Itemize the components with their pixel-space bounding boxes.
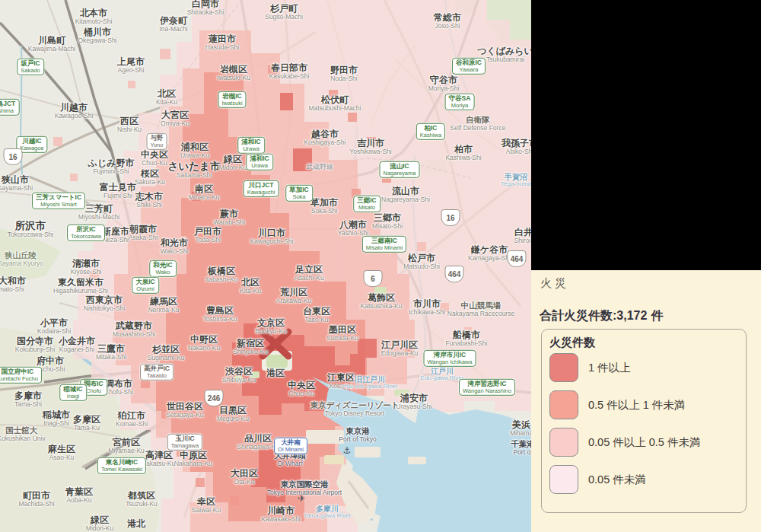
map-label: 吉川市Yoshikawa-Shi (349, 139, 391, 156)
map-label: 高津区Takatsu-Ku (143, 451, 176, 468)
map-label: 川越市Kawagoe-Shi (55, 103, 94, 120)
map-label: 緑区Midori-Ku (86, 515, 113, 532)
map-label: 清瀬市Kiyose-Shi (71, 259, 102, 276)
screenshot: 北本市Kitamoto-Shi川島町Kawajima-Machi桶川市Okega… (0, 0, 761, 532)
route-shield: 16 (441, 209, 460, 226)
map-label: 麻生区Asao-Ku (48, 444, 75, 462)
legend-swatch (549, 428, 578, 457)
legend-item-label: 0.05 件未満 (588, 473, 646, 487)
map-label: 流山市Nagareyama-Shi (381, 186, 430, 204)
legend-title: 火災件数 (549, 336, 595, 350)
map-label: 多摩区Tama-Ku (73, 415, 100, 432)
ic-badge: 湾岸習志野ICWangan Narashino (459, 379, 515, 396)
map-label: 川口市Kawaguchi-Shi (250, 228, 294, 246)
map-view[interactable]: 北本市Kitamoto-Shi川島町Kawajima-Machi桶川市Okega… (0, 0, 531, 532)
map-label: 中山競馬場Nakayama Racecourse (447, 301, 514, 317)
map-label: 墨田区Sumida-Ku (326, 325, 358, 342)
map-label: 越谷市Koshigaya-Shi (304, 129, 346, 147)
legend-swatch (549, 390, 578, 419)
map-label: 松戸市Matsudo-Shi (403, 253, 440, 271)
map-label: 狭山市Sayama-Shi (0, 175, 33, 193)
route-shield: 16 (4, 148, 23, 165)
map-label: 伊奈町Ina-Machi (159, 16, 187, 33)
map-label: 文京区Bunkyo-Ku (255, 318, 287, 336)
ic-badge: 東名川崎ICTomei Kawasaki (97, 457, 146, 474)
map-label: 松伏町Matsubushi-Machi (309, 95, 361, 113)
legend-item-label: 0.5 件以上 1 件未満 (588, 398, 685, 413)
map-label: 手賀沼Tega-numa (501, 173, 531, 188)
map-label: 港区 (266, 368, 285, 378)
map-label: 江戸川区Edogawa-Ku (381, 340, 419, 358)
map-label: 中野区Nakano-Ku (188, 335, 221, 352)
ic-badge: 谷和原ICYawara (452, 58, 486, 75)
map-label: 中原区Nakahara-Ku (174, 451, 212, 468)
map-label: 新座市Niiza-Shi (102, 227, 129, 244)
map-label: 中央区Chuo-Ku (288, 381, 315, 398)
map-label: 川島町Kawajima-Machi (28, 36, 75, 53)
map-label: 緑区Midori-Ku (219, 155, 247, 172)
ic-badge: 浦和ICUrawa (237, 137, 265, 154)
map-label: 練馬区Nerima-Ku (148, 297, 180, 314)
total-count: 合計火災件数:3,172件 (540, 308, 663, 324)
map-label: 守谷市Moriya-Shi (428, 75, 460, 93)
map-label: 小金井市Koganei-Shi (59, 336, 95, 354)
total-label: 合計火災件数: (540, 309, 616, 322)
map-label: 狛江市Komae-Shi (116, 411, 148, 428)
map-label: 杉戸町Sugito-Machi (265, 4, 303, 21)
blank-region (531, 0, 761, 270)
map-label: 常総市Joso-Shi (434, 13, 461, 30)
map-label: 国士舘大Kokushikan Univ (0, 426, 46, 442)
fire-info-panel: 火災 合計火災件数:3,172件 火災件数 1 件以上0.5 件以上 1 件未満… (531, 270, 761, 532)
map-label: 桜区Sakura-Ku (135, 169, 165, 186)
map-label: 北本市Kitamoto-Shi (75, 8, 113, 26)
legend-item: 1 件以上 (549, 354, 631, 381)
map-label: ✈ (298, 494, 305, 504)
map-label: 武蔵野市Musashino-Shi (113, 321, 155, 339)
panel-title: 火災 (540, 276, 569, 291)
map-label: 美浜Mihama (510, 420, 531, 438)
total-value: 3,172 (616, 309, 647, 322)
ic-badge: 三郷南ICMisato Minami (362, 236, 406, 253)
map-label: 柏市Kashiwa-Shi (445, 145, 481, 162)
ic-badge: 岩槻ICIwatsuki (218, 91, 246, 108)
ic-badge: 柏ICKashiwa (416, 123, 445, 140)
ic-badge: 坂戸ICSakado (17, 59, 44, 75)
ic-badge: 浦和ICUrawa (246, 154, 273, 170)
map-label: 中央区Chuo-Ku (141, 150, 168, 167)
map-label: 都筑区Tsuzuki-Ku (126, 491, 158, 508)
map-label: 武蔵野線 (306, 163, 333, 170)
route-shield: 464 (508, 250, 527, 267)
route-shield: 464 (445, 266, 464, 282)
ic-badge: 大泉ICOizumi (132, 277, 159, 294)
route-shield: 246 (205, 390, 224, 406)
map-label: 国分寺市Kokubunji-Shi (15, 336, 55, 354)
map-label: 白井市Shiroi-Shi (514, 228, 531, 245)
map-label: 世田谷区Setagaya-Ku (166, 402, 203, 419)
map-label: 青葉区Aoba-Ku (65, 487, 93, 505)
map-label: 野田市Noda-Shi (330, 65, 358, 83)
map-label: 板橋区Itabashi-Ku (205, 266, 238, 284)
map-label: 目黒区Meguro-Ku (217, 406, 249, 423)
map-labels: 北本市Kitamoto-Shi川島町Kawajima-Machi桶川市Okega… (0, 0, 531, 532)
ic-badge: 守谷SAMoriya (445, 94, 475, 110)
map-label: ふじみ野市Fujimino-Shi (88, 158, 135, 176)
map-label: 葛飾区Katsushika-Ku (361, 293, 403, 311)
map-label: 浦安市Urayasu-Shi (396, 393, 432, 411)
map-label: 我孫子市Abiko-Shi (501, 139, 531, 156)
map-label: 草加市Soka-Shi (310, 198, 338, 215)
map-label: 富士見市Fujimi-Shi (100, 183, 136, 200)
map-label: 西東京市Nishitokyo-Shi (84, 295, 125, 313)
map-label: 品川区Shinagawa-Ku (237, 434, 279, 451)
map-label: 鎌ケ谷市Kamagaya-Shi (468, 245, 511, 263)
ic-badge: 与野Yono (147, 133, 167, 150)
map-label: 東大和市Yamato-Shi (0, 276, 26, 294)
legend-swatch (549, 465, 578, 494)
map-label: さいたま市Saitama-Shi (168, 161, 221, 180)
map-label: 足立区Adachi-Ku (294, 265, 323, 282)
ic-badge: 国立府中ICKunitachi Fuchu (0, 367, 42, 384)
map-label: 上尾市Ageo-Shi (117, 57, 145, 75)
map-label: 東京ディズニーリゾートTokyo Disney Resort (310, 401, 399, 417)
map-label: 旧江戸川Kyu-edo-gawa River (342, 375, 397, 390)
route-shield: 6 (364, 270, 383, 287)
legend-item: 0.5 件以上 1 件未満 (549, 391, 685, 419)
